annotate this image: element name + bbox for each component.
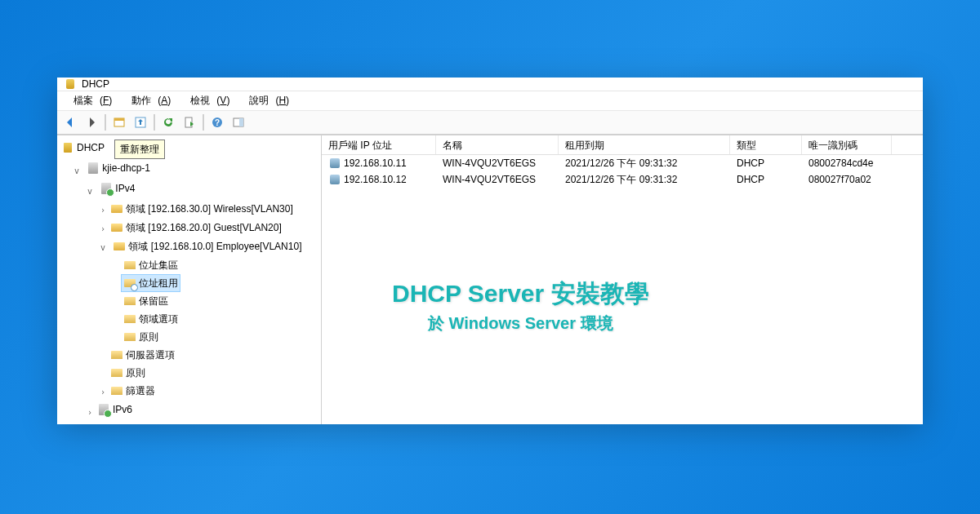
list-header: 用戶端 IP 位址 名稱 租用到期 類型 唯一識別碼	[322, 135, 923, 155]
content-area: DHCP 重新整理 v kjie-dhcp-1 v	[57, 135, 923, 424]
tree-panel[interactable]: DHCP 重新整理 v kjie-dhcp-1 v	[57, 135, 322, 424]
scope-icon	[110, 202, 123, 215]
help-button[interactable]: ?	[207, 113, 227, 132]
list-rows: 192.168.10.11 WIN-4VQU2VT6EGS 2021/12/26…	[322, 155, 923, 424]
export-button[interactable]	[180, 113, 199, 132]
folder-clock-icon	[123, 277, 136, 290]
folder-icon	[123, 312, 136, 326]
tree-scope-wireless[interactable]: 領域 [192.168.30.0] Wireless[VLAN30]	[108, 200, 296, 218]
expand-toggle[interactable]: v	[72, 163, 82, 179]
tree-ipv4[interactable]: IPv4	[97, 179, 137, 197]
dhcp-app-icon	[64, 78, 77, 91]
tree-scope-guest[interactable]: 領域 [192.168.20.0] Guest[VLAN20]	[108, 219, 284, 237]
menu-view[interactable]: 檢視(V)	[177, 91, 236, 110]
tree-address-leases[interactable]: 位址租用	[121, 274, 180, 292]
tree-server-options[interactable]: 伺服器選項	[108, 346, 177, 364]
dhcp-mmc-window: DHCP 檔案(F) 動作(A) 檢視(V) 說明(H) ? DHCP	[57, 78, 923, 420]
menu-action[interactable]: 動作(A)	[118, 91, 177, 110]
tree-address-pool[interactable]: 位址集區	[121, 256, 180, 274]
svg-rect-1	[114, 118, 124, 121]
lease-icon	[328, 157, 341, 170]
expand-toggle[interactable]: v	[85, 184, 95, 200]
window-title: DHCP	[82, 78, 109, 90]
ipv4-icon	[100, 182, 113, 195]
tree-filter[interactable]: 篩選器	[108, 382, 158, 400]
folder-icon	[110, 366, 123, 379]
server-icon	[87, 162, 100, 175]
back-button[interactable]	[60, 113, 80, 132]
menu-file[interactable]: 檔案(F)	[60, 91, 118, 110]
scope-icon	[113, 240, 126, 253]
menu-help[interactable]: 說明(H)	[236, 91, 296, 110]
dhcp-icon	[61, 141, 74, 154]
toolbar-separator	[203, 114, 204, 131]
tree-reservations[interactable]: 保留區	[121, 292, 171, 310]
expand-toggle[interactable]: ›	[85, 405, 95, 421]
expand-toggle[interactable]: ›	[98, 384, 108, 401]
list-row[interactable]: 192.168.10.11 WIN-4VQU2VT6EGS 2021/12/26…	[322, 155, 923, 171]
action-pane-button[interactable]	[229, 113, 248, 132]
properties-button[interactable]	[109, 113, 129, 132]
svg-text:?: ?	[215, 118, 220, 127]
folder-icon	[123, 330, 136, 343]
scope-icon	[110, 221, 123, 234]
list-row[interactable]: 192.168.10.12 WIN-4VQU2VT6EGS 2021/12/26…	[322, 171, 923, 188]
menubar: 檔案(F) 動作(A) 檢視(V) 說明(H)	[57, 91, 923, 110]
toolbar: ?	[57, 110, 923, 135]
expand-toggle[interactable]: v	[98, 240, 108, 256]
tooltip-refresh: 重新整理	[114, 140, 165, 159]
toolbar-separator	[105, 114, 106, 131]
tree-root-dhcp[interactable]: DHCP	[59, 139, 107, 157]
tree-scope-options[interactable]: 領域選項	[121, 310, 180, 328]
folder-icon	[110, 348, 123, 361]
list-panel: 用戶端 IP 位址 名稱 租用到期 類型 唯一識別碼 192.168.10.11…	[322, 135, 923, 424]
forward-button[interactable]	[82, 113, 101, 132]
expand-toggle[interactable]: ›	[98, 202, 108, 219]
lease-icon	[328, 173, 341, 186]
tree-server[interactable]: kjie-dhcp-1	[84, 159, 153, 177]
svg-rect-7	[239, 118, 243, 126]
folder-icon	[110, 384, 123, 397]
tree-policy[interactable]: 原則	[108, 364, 148, 382]
col-client-ip[interactable]: 用戶端 IP 位址	[322, 135, 436, 154]
toolbar-separator	[154, 114, 155, 131]
expand-toggle[interactable]: ›	[98, 221, 108, 237]
tree-scope-policy[interactable]: 原則	[121, 328, 161, 346]
col-uid[interactable]: 唯一識別碼	[802, 135, 892, 154]
col-name[interactable]: 名稱	[436, 135, 559, 154]
titlebar: DHCP	[57, 78, 923, 91]
tree-scope-employee[interactable]: 領域 [192.168.10.0] Employee[VLAN10]	[110, 237, 304, 255]
tree-ipv6[interactable]: IPv6	[95, 401, 135, 419]
refresh-button[interactable]	[158, 113, 178, 132]
col-expiry[interactable]: 租用到期	[559, 135, 730, 154]
ipv6-icon	[97, 403, 110, 416]
up-button[interactable]	[131, 113, 150, 132]
folder-icon	[123, 259, 136, 272]
col-type[interactable]: 類型	[730, 135, 802, 154]
folder-icon	[123, 295, 136, 308]
